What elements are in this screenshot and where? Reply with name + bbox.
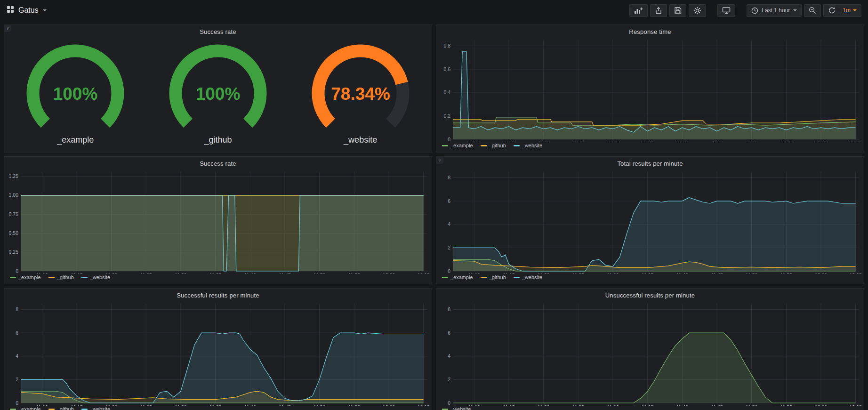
svg-text:0: 0 [16, 400, 18, 406]
legend-dash-icon [48, 409, 55, 410]
svg-text:0.2: 0.2 [443, 113, 450, 119]
legend-item-_example[interactable]: _example [442, 143, 473, 148]
panel-title[interactable]: Success rate [4, 157, 432, 169]
cycle-view-button[interactable] [717, 4, 735, 17]
svg-text:11:20: 11:20 [538, 141, 550, 142]
legend-dash-icon [81, 277, 88, 278]
svg-text:11:55: 11:55 [780, 141, 793, 142]
panel-title[interactable]: Response time [436, 25, 864, 37]
success-rate-chart[interactable]: 00.250.500.751.001.2511:1011:1511:2011:2… [4, 169, 432, 274]
svg-text:11:55: 11:55 [348, 404, 361, 406]
legend-label: _website [450, 406, 471, 410]
svg-text:8: 8 [16, 306, 18, 312]
svg-text:8: 8 [448, 306, 450, 312]
refresh-divider [839, 7, 839, 14]
svg-text:12:00: 12:00 [815, 404, 827, 406]
svg-text:11:50: 11:50 [746, 273, 758, 274]
svg-text:11:20: 11:20 [538, 404, 550, 406]
time-range-caret-icon [793, 9, 797, 11]
chart-canvas[interactable]: 0246811:1011:1511:2011:2511:3011:3511:40… [436, 300, 864, 406]
gauge-arc: 100% [5, 39, 146, 135]
svg-text:0.4: 0.4 [443, 89, 450, 95]
svg-text:4: 4 [448, 221, 450, 227]
chart-canvas[interactable]: 0246811:1011:1511:2011:2511:3011:3511:40… [4, 300, 432, 406]
legend-item-_example[interactable]: _example [10, 274, 41, 280]
legend-label: _example [18, 406, 41, 410]
svg-text:0: 0 [448, 268, 450, 274]
legend-item-_website[interactable]: _website [514, 274, 542, 280]
gauge-value: 78.34% [331, 84, 390, 104]
legend-label: _github [489, 274, 506, 280]
dashboard-grid-icon[interactable] [7, 6, 14, 15]
svg-text:11:50: 11:50 [313, 404, 326, 406]
chart-canvas[interactable]: 00.20.40.60.811:1011:1511:2011:2511:3011… [436, 37, 864, 142]
legend-item-_website[interactable]: _website [514, 143, 542, 148]
refresh-button[interactable]: 1m [823, 4, 861, 17]
svg-text:12:05: 12:05 [417, 404, 429, 406]
panel-title[interactable]: Total results per minute [436, 157, 864, 169]
svg-text:0: 0 [448, 400, 450, 406]
save-button[interactable] [669, 4, 686, 17]
legend-item-_github[interactable]: _github [481, 274, 506, 280]
svg-text:11:40: 11:40 [676, 273, 689, 274]
legend-item-_website[interactable]: _website [81, 406, 110, 410]
panel-info-icon[interactable]: i [436, 157, 443, 164]
legend-dash-icon [81, 409, 88, 410]
svg-text:11:25: 11:25 [140, 273, 152, 274]
svg-text:11:10: 11:10 [468, 273, 480, 274]
legend-item-_example[interactable]: _example [442, 274, 473, 280]
gauge-label: _github [204, 135, 232, 145]
svg-text:0: 0 [16, 268, 18, 274]
legend-item-_example[interactable]: _example [10, 406, 41, 410]
chart-legend: _example_github_website [436, 142, 864, 152]
zoom-out-button[interactable] [804, 4, 821, 17]
svg-text:4: 4 [448, 353, 450, 359]
chart-canvas[interactable]: 0246811:1011:1511:2011:2511:3011:3511:40… [436, 169, 864, 274]
svg-text:11:55: 11:55 [780, 273, 793, 274]
svg-text:11:25: 11:25 [572, 404, 584, 406]
panel-title[interactable]: Successful results per minute [4, 289, 432, 300]
legend-item-_github[interactable]: _github [481, 143, 506, 148]
refresh-interval-dropdown[interactable]: 1m [843, 7, 857, 14]
panel-title[interactable]: Success rate [4, 25, 432, 37]
unsuccessful-results-chart[interactable]: 0246811:1011:1511:2011:2511:3011:3511:40… [436, 300, 864, 406]
time-range-picker[interactable]: Last 1 hour [747, 4, 802, 17]
svg-text:1.25: 1.25 [9, 173, 19, 179]
svg-text:0.6: 0.6 [443, 66, 450, 72]
settings-button[interactable] [689, 4, 706, 17]
svg-text:11:35: 11:35 [642, 141, 654, 142]
svg-text:4: 4 [16, 353, 18, 359]
gauge-group: 100% _example 100% _github 78.34% _websi… [4, 37, 432, 152]
top-navbar: Gatus Last 1 hour [0, 0, 868, 21]
response-time-chart[interactable]: 00.20.40.60.811:1011:1511:2011:2511:3011… [436, 37, 864, 142]
dashboard-caret-icon[interactable] [43, 9, 47, 11]
svg-text:6: 6 [448, 330, 450, 336]
svg-text:11:30: 11:30 [607, 141, 619, 142]
dashboard-title[interactable]: Gatus [18, 6, 39, 15]
gauge-value: 100% [196, 84, 241, 104]
total-results-chart[interactable]: 0246811:1011:1511:2011:2511:3011:3511:40… [436, 169, 864, 274]
panel-title[interactable]: Unsuccessful results per minute [436, 289, 864, 300]
dashboard-grid: i Success rate 100% _example 100% _githu… [0, 21, 868, 410]
legend-label: _example [450, 143, 473, 148]
panel-info-icon[interactable]: i [4, 25, 11, 32]
legend-label: _website [90, 274, 110, 280]
legend-item-_website[interactable]: _website [442, 406, 471, 410]
legend-item-_github[interactable]: _github [48, 406, 74, 410]
svg-text:11:50: 11:50 [746, 404, 758, 406]
share-button[interactable] [650, 4, 667, 17]
legend-dash-icon [10, 409, 16, 410]
gauge-label: _example [57, 135, 94, 145]
successful-results-chart[interactable]: 0246811:1011:1511:2011:2511:3011:3511:40… [4, 300, 432, 406]
svg-text:11:10: 11:10 [36, 273, 48, 274]
gauge-arc: 100% [147, 39, 289, 135]
svg-text:11:20: 11:20 [105, 404, 118, 406]
svg-text:12:00: 12:00 [815, 273, 827, 274]
legend-item-_website[interactable]: _website [81, 274, 110, 280]
svg-text:11:45: 11:45 [279, 404, 291, 406]
add-panel-button[interactable] [629, 4, 648, 17]
svg-text:12:00: 12:00 [815, 141, 827, 142]
legend-item-_github[interactable]: _github [48, 274, 74, 280]
chart-canvas[interactable]: 00.250.500.751.001.2511:1011:1511:2011:2… [4, 169, 432, 274]
svg-text:11:15: 11:15 [503, 141, 515, 142]
